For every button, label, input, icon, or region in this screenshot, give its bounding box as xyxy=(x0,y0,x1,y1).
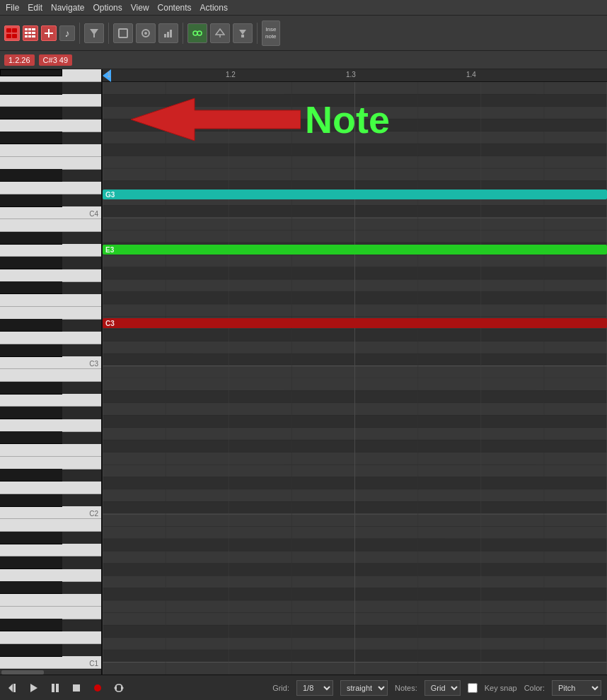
svg-rect-16 xyxy=(119,29,127,37)
svg-marker-27 xyxy=(239,30,246,35)
position-badge: 1.2.26 xyxy=(4,54,35,66)
svg-rect-33 xyxy=(52,684,54,692)
sep4 xyxy=(257,23,258,44)
svg-rect-6 xyxy=(32,28,35,30)
transport-back[interactable] xyxy=(6,681,20,695)
tool-note-icon[interactable]: ♪ xyxy=(59,25,75,41)
menu-navigate[interactable]: Navigate xyxy=(51,3,84,13)
tool-connect[interactable] xyxy=(187,23,207,43)
svg-rect-2 xyxy=(6,34,11,38)
svg-point-36 xyxy=(94,684,101,692)
note-g3[interactable]: G3 xyxy=(103,189,607,199)
menu-contents[interactable]: Contents xyxy=(158,3,192,13)
piano-keyboard: .piano-section { position: relative; hei… xyxy=(0,69,103,675)
note-e3-label: E3 xyxy=(105,246,114,254)
transport-record[interactable] xyxy=(91,681,105,695)
svg-rect-9 xyxy=(32,32,35,34)
note-c3[interactable]: C3 xyxy=(103,318,607,328)
svg-rect-19 xyxy=(164,34,166,37)
tool-step[interactable] xyxy=(158,23,178,43)
grid-canvas xyxy=(103,82,607,675)
note-c3-label: C3 xyxy=(105,320,115,327)
svg-rect-21 xyxy=(170,30,172,37)
tool-filter[interactable] xyxy=(84,23,104,43)
tool-btn3[interactable] xyxy=(41,25,57,41)
svg-rect-8 xyxy=(28,32,31,34)
key-snap-label: Key snap xyxy=(485,684,517,692)
svg-rect-28 xyxy=(241,35,244,37)
svg-rect-12 xyxy=(32,35,35,37)
menu-edit[interactable]: Edit xyxy=(28,3,42,13)
svg-rect-34 xyxy=(56,684,59,692)
sep1 xyxy=(79,23,80,44)
piano-roll-grid[interactable]: Note G3 E3 C3 xyxy=(103,82,607,675)
svg-rect-1 xyxy=(12,28,17,33)
note-g3-label: G3 xyxy=(105,191,115,199)
svg-marker-32 xyxy=(30,684,37,692)
note-e3[interactable]: E3 xyxy=(103,245,607,255)
transport-pause[interactable] xyxy=(48,681,62,695)
grid-label: Grid: xyxy=(272,684,289,692)
svg-rect-31 xyxy=(13,684,16,692)
svg-marker-30 xyxy=(8,684,13,692)
notes-label: Notes: xyxy=(395,684,417,692)
menu-file[interactable]: File xyxy=(6,3,19,13)
svg-rect-10 xyxy=(25,35,28,37)
toolbar: ♪ Ins xyxy=(0,16,607,51)
svg-rect-0 xyxy=(6,28,11,33)
svg-point-18 xyxy=(144,32,147,35)
svg-rect-3 xyxy=(12,34,17,38)
transport-loop[interactable] xyxy=(112,681,126,695)
notes-select[interactable]: Grid 1/4 xyxy=(424,680,461,696)
grid-mode-select[interactable]: straight triplet dotted xyxy=(340,680,388,696)
svg-rect-35 xyxy=(73,684,80,692)
insert-note-button[interactable]: Inse note xyxy=(262,21,280,46)
note-badge: C#3 49 xyxy=(39,54,72,66)
svg-marker-15 xyxy=(90,29,98,37)
sep3 xyxy=(183,23,183,44)
svg-rect-5 xyxy=(28,28,31,30)
sep2 xyxy=(108,23,109,44)
tool-rect[interactable] xyxy=(113,23,133,43)
menu-actions[interactable]: Actions xyxy=(200,3,228,13)
svg-rect-4 xyxy=(25,28,28,30)
ruler-mark-13: 1.3 xyxy=(346,71,356,78)
grid-size-select[interactable]: 1/8 1/4 1/16 xyxy=(296,680,333,696)
transport-bar: Grid: 1/8 1/4 1/16 straight triplet dott… xyxy=(0,675,607,700)
tool-down[interactable] xyxy=(233,23,253,43)
svg-marker-25 xyxy=(216,29,224,35)
key-snap-checkbox[interactable] xyxy=(468,683,478,693)
main-area: .piano-section { position: relative; hei… xyxy=(0,69,607,675)
tool-marker[interactable] xyxy=(210,23,230,43)
timeline-ruler: 1 1.2 1.3 1.4 xyxy=(103,69,607,82)
transport-stop[interactable] xyxy=(69,681,83,695)
color-select[interactable]: Pitch Velocity Channel xyxy=(552,680,601,696)
infobar: 1.2.26 C#3 49 xyxy=(0,51,607,69)
transport-play[interactable] xyxy=(27,681,41,695)
color-label: Color: xyxy=(524,684,545,692)
menubar: File Edit Navigate Options View Contents… xyxy=(0,0,607,16)
ruler-mark-1: 1 xyxy=(107,71,111,78)
tool-btn2[interactable] xyxy=(23,25,38,41)
grid-container: 1 1.2 1.3 1.4 Note G3 E3 xyxy=(103,69,607,675)
svg-rect-20 xyxy=(167,32,169,37)
svg-rect-11 xyxy=(28,35,31,37)
ruler-mark-14: 1.4 xyxy=(466,71,476,78)
menu-options[interactable]: Options xyxy=(93,3,122,13)
tool-select[interactable] xyxy=(4,25,20,41)
piano-scroll[interactable] xyxy=(0,669,101,675)
menu-view[interactable]: View xyxy=(131,3,149,13)
ruler-mark-12: 1.2 xyxy=(226,71,236,78)
svg-rect-7 xyxy=(25,32,28,34)
tool-loop[interactable] xyxy=(136,23,156,43)
